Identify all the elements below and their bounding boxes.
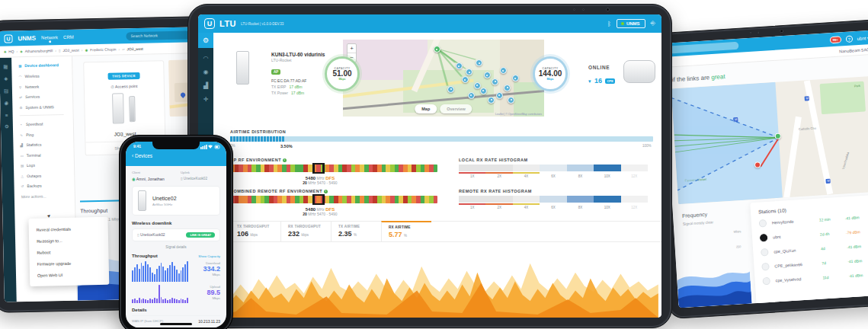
station-row[interactable]: CPE_pelikan66 7d -41 dBm: [761, 256, 868, 270]
clients-icon[interactable]: ◉: [203, 69, 209, 75]
station-row[interactable]: cpe_Vysehrad 11d -41 dBm: [762, 270, 868, 285]
station-uptime: 12 min: [819, 216, 845, 222]
station-signal: -41 dBm: [848, 273, 863, 278]
tab-rx-airtime[interactable]: RX AIRTIME 5.77 %: [381, 221, 431, 241]
info-icon[interactable]: i: [283, 158, 287, 162]
sidebar-item-statistics[interactable]: ▟Statistics: [20, 142, 73, 147]
logs-icon[interactable]: ≡: [5, 113, 8, 118]
sidebar-item-terminal[interactable]: ▭Terminal: [21, 152, 74, 157]
more-actions-menu: Reveal credentials Reassign to... Reboot…: [28, 217, 109, 286]
remote-rf-freq: 5480 MHz DFS 20 MHz 5470 - 5490: [259, 207, 381, 216]
notification-badge[interactable]: 99+: [829, 36, 841, 43]
channel-bracket[interactable]: [312, 163, 325, 174]
map-toggle-button[interactable]: Map: [415, 104, 437, 113]
sidebar-item-logs[interactable]: ▤Logs: [21, 162, 74, 168]
cpe-map-pin[interactable]: [480, 88, 487, 94]
download-unit: Mbps: [193, 273, 220, 276]
settings-icon[interactable]: ⚙: [5, 123, 9, 129]
cpe-map-pin[interactable]: [468, 92, 475, 99]
sidebar-item-system[interactable]: ⚙System & UNMS: [19, 104, 72, 109]
caret-down-icon[interactable]: ▾: [588, 78, 591, 84]
dashboard-icon[interactable]: ▦: [3, 63, 8, 69]
cpe-map-pin[interactable]: [504, 85, 511, 91]
sidebar-item-wireless[interactable]: ◠Wireless: [18, 73, 72, 78]
site-icon: ◈: [20, 50, 23, 53]
bluetooth-icon[interactable]: ᛒ: [607, 21, 611, 27]
station-row[interactable]: Henryltondo 12 min -41 dBm: [759, 212, 868, 227]
user-menu[interactable]: ubnt ▾: [857, 35, 868, 41]
downlink-row[interactable]: ▯ UneticeKuok02 LINK IS GREAT: [132, 228, 220, 241]
coverage-map[interactable]: + − Map Overview Leaflet | © OpenStreetM…: [343, 40, 544, 117]
sidebar-item-services[interactable]: ⇄Services: [19, 94, 72, 99]
divider: [20, 114, 64, 116]
nav-crm[interactable]: CRM: [63, 35, 74, 40]
radio-image: [112, 93, 124, 123]
devices-icon[interactable]: ▤: [4, 88, 8, 94]
online-label: ONLINE: [588, 65, 615, 70]
nav-network[interactable]: Network: [41, 35, 58, 40]
upload-value: 89.5: [193, 289, 220, 296]
downlink-peer: ▯ UneticeKuok02: [137, 233, 165, 237]
client-name[interactable]: ◉ Amni, Jonathan: [132, 177, 165, 181]
airtime-fill: [230, 136, 285, 142]
channel-bracket[interactable]: [312, 194, 325, 205]
station-row[interactable]: cpe_QiuXun 4d -41 dBm: [761, 241, 868, 256]
station-uptime: 7d: [822, 259, 847, 265]
remote-hist-title: REMOTE RX RATE HISTOGRAM: [459, 189, 532, 193]
cpe-map-pin[interactable]: [447, 86, 454, 93]
sidebar-item-ping[interactable]: ∿Ping: [20, 131, 73, 136]
camera-dot: [573, 8, 575, 11]
breadcrumb-hq[interactable]: HQ: [8, 50, 14, 53]
sidebar-item-speedtest[interactable]: ◔Speedtest: [20, 121, 73, 126]
breadcrumb-device[interactable]: JO3_west: [62, 48, 78, 52]
tab-tx-airtime[interactable]: TX AIRTIME 2.35 %: [331, 222, 381, 241]
sidebar-item-network[interactable]: ⚲Network: [19, 83, 72, 88]
wireless-icon[interactable]: ◠: [203, 55, 209, 62]
station-name: cpe_QiuXun: [774, 247, 821, 254]
station-row[interactable]: ubnt 2d 4h -79 dBm: [760, 227, 868, 241]
sidebar-item-dashboard[interactable]: ▦Device dashboard: [18, 62, 72, 68]
outages-icon: ⚠: [21, 174, 27, 178]
links-map[interactable]: Park Catholic Chu Farmers Market Vysehra…: [671, 76, 868, 204]
breadcrumb-site[interactable]: AthanensburgHill: [25, 49, 53, 53]
sidebar-item-backups[interactable]: ↺Backups: [21, 183, 75, 188]
search-input[interactable]: [126, 30, 190, 40]
show-capacity-link[interactable]: Show Capacity: [198, 254, 220, 258]
search-pill[interactable]: [668, 42, 738, 54]
dashboard-icon[interactable]: ⚙: [198, 33, 213, 48]
clients-icon[interactable]: ◉: [4, 100, 8, 106]
statistics-icon[interactable]: ▟: [203, 82, 208, 89]
breadcrumb-client[interactable]: Frederic Chopin: [90, 47, 116, 52]
device-images: [85, 88, 165, 129]
cpe-map-pin[interactable]: [496, 92, 503, 99]
tools-icon[interactable]: ✛: [203, 96, 209, 103]
ltu-top-bar: U LTU LTU-Rocket | v1.0.0-DEV.33 ᛒ UNMS …: [198, 14, 661, 33]
cpe-map-pin[interactable]: [492, 78, 498, 85]
chevron-right-icon: ›: [82, 47, 83, 52]
back-nav[interactable]: ‹ Devices: [132, 153, 152, 158]
sidebar-item-outages[interactable]: ⚠Outages: [21, 172, 74, 177]
info-icon[interactable]: i: [324, 190, 328, 193]
cpe-map-pin[interactable]: [474, 82, 481, 89]
unms-button[interactable]: UNMS: [617, 19, 645, 28]
more-actions-link[interactable]: More actions...: [21, 193, 75, 198]
help-icon[interactable]: ?: [845, 35, 853, 43]
ap-device-info: KUN3-LTU-60 vidurinis LTU-Rocket AP FC:E…: [271, 52, 325, 95]
overview-toggle-button[interactable]: Overview: [440, 104, 472, 113]
menu-item-open-web-ui[interactable]: Open Web UI: [30, 268, 109, 281]
cpe-map-pin[interactable]: [488, 97, 495, 104]
ap-map-pin[interactable]: [434, 46, 440, 53]
home-indicator[interactable]: [160, 323, 192, 325]
device-card[interactable]: Unetice02 AirMax 5GHz: [132, 186, 220, 216]
sites-icon[interactable]: ◈: [4, 76, 8, 82]
wireless-icon: ◠: [19, 75, 25, 78]
uplink-name[interactable]: ▯ UneticeKuok02: [181, 177, 220, 181]
tab-rx-throughput[interactable]: RX THROUGHPUT 232 kbps: [280, 222, 331, 241]
logout-icon[interactable]: ⎆: [651, 20, 655, 27]
tab-tx-throughput[interactable]: TX THROUGHPUT 106 kbps: [230, 222, 280, 241]
station-signal: -41 dBm: [845, 215, 860, 220]
zoom-in-button[interactable]: +: [348, 44, 356, 53]
rx-airtime-chart: [213, 245, 658, 318]
signal-details-link[interactable]: Signal details: [132, 245, 220, 249]
capacity-gauge-ap: CAPACITY 51.00 Mbps: [325, 56, 360, 91]
